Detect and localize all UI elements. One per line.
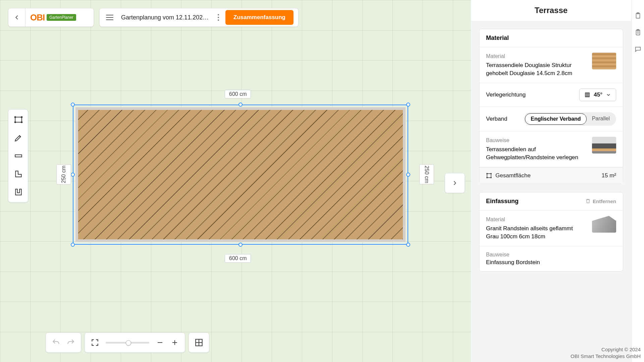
edging-build-value: Einfassung Bordstein xyxy=(486,259,616,266)
svg-point-3 xyxy=(15,122,16,123)
edging-material-value: Granit Randstein allseits geflammt Grau … xyxy=(486,225,587,241)
zoom-out-button[interactable] xyxy=(153,335,167,350)
edging-heading: Einfassung xyxy=(486,198,519,205)
resize-handle-left[interactable] xyxy=(71,173,75,177)
svg-rect-16 xyxy=(487,174,491,178)
divider xyxy=(25,8,25,27)
pen-tool-icon[interactable] xyxy=(10,130,26,146)
edging-build-label: Bauweise xyxy=(486,252,616,258)
back-chevron-icon[interactable] xyxy=(8,14,25,21)
footer-copyright: Copyright © 2024 OBI Smart Technologies … xyxy=(571,346,641,359)
svg-point-19 xyxy=(487,177,487,178)
resize-handle-bottom[interactable] xyxy=(238,243,243,247)
svg-rect-5 xyxy=(15,155,22,157)
remove-edging-button[interactable]: Entfernen xyxy=(585,198,616,204)
direction-value: 45° xyxy=(594,92,602,98)
resize-handle-top[interactable] xyxy=(238,103,243,107)
u-shape-tool-icon[interactable] xyxy=(10,184,26,200)
edging-material-label: Material xyxy=(486,216,587,223)
material-selection-row[interactable]: Material Terrassendiele Douglasie Strukt… xyxy=(479,47,623,83)
resize-handle-bl[interactable] xyxy=(71,243,75,247)
fit-view-button[interactable] xyxy=(88,335,102,350)
dimension-left[interactable]: 250 cm xyxy=(56,164,71,184)
clipboard-list-icon[interactable] xyxy=(634,29,642,36)
build-row[interactable]: Bauweise Terrassendielen auf Gehwegplatt… xyxy=(479,131,623,167)
laying-direction-label: Verlegerichtung xyxy=(486,92,526,98)
svg-point-2 xyxy=(21,117,22,118)
bond-segmented-control: Englischer Verband Parallel xyxy=(524,112,616,126)
svg-point-18 xyxy=(491,173,491,174)
bottom-toolbar xyxy=(46,333,209,353)
rectangle-tool-icon[interactable] xyxy=(10,112,26,128)
terrace-object[interactable] xyxy=(73,105,408,245)
laying-direction-dropdown[interactable]: 45° xyxy=(579,88,616,101)
undo-button[interactable] xyxy=(49,335,63,350)
material-card: Material Material Terrassendiele Douglas… xyxy=(479,29,623,184)
l-shape-tool-icon[interactable] xyxy=(10,166,26,182)
wide-rect-tool-icon[interactable] xyxy=(10,148,26,164)
material-label: Material xyxy=(486,53,587,60)
right-mini-rail xyxy=(631,0,644,362)
resize-handle-tr[interactable] xyxy=(406,103,410,107)
feedback-icon[interactable] xyxy=(634,46,642,53)
area-label: Gesamtfläche xyxy=(495,172,531,179)
brand-back-button[interactable]: OBI GartenPlaner xyxy=(8,8,94,27)
svg-rect-0 xyxy=(15,117,22,122)
bond-label: Verband xyxy=(486,116,507,122)
resize-handle-br[interactable] xyxy=(406,243,410,247)
project-more-menu[interactable] xyxy=(213,14,223,21)
project-bar: Gartenplanung vom 12.11.2024 1... Zusamm… xyxy=(99,8,299,27)
zoom-in-button[interactable] xyxy=(167,335,182,350)
obi-logo: OBI xyxy=(30,12,45,23)
chevron-down-icon xyxy=(606,92,611,98)
bond-option-parallel[interactable]: Parallel xyxy=(587,113,615,125)
grid-toggle-button[interactable] xyxy=(192,335,206,350)
gartenplaner-badge: GartenPlaner xyxy=(47,14,76,21)
area-icon xyxy=(486,173,492,179)
material-card-heading: Material xyxy=(479,29,623,47)
build-label: Bauweise xyxy=(486,137,587,144)
trash-icon xyxy=(585,198,591,204)
build-value: Terrassendielen auf Gehwegplatten/Randst… xyxy=(486,145,587,162)
resize-handle-tl[interactable] xyxy=(71,103,75,107)
edging-card: Einfassung Entfernen Material Granit Ran… xyxy=(479,192,623,272)
next-step-button[interactable] xyxy=(445,173,465,193)
dimension-right[interactable]: 250 cm xyxy=(419,164,434,184)
edging-build-row[interactable]: Bauweise Einfassung Bordstein xyxy=(479,246,623,271)
project-name[interactable]: Gartenplanung vom 12.11.2024 1... xyxy=(120,14,213,21)
dimension-bottom[interactable]: 600 cm xyxy=(225,254,251,263)
material-value: Terrassendiele Douglasie Struktur gehobe… xyxy=(486,61,587,77)
clipboard-icon[interactable] xyxy=(634,12,642,19)
build-thumbnail xyxy=(592,137,616,154)
summary-button[interactable]: Zusammenfassung xyxy=(225,10,293,25)
zoom-slider-thumb[interactable] xyxy=(126,340,131,346)
properties-panel: Terrasse Material Material Terrassendiel… xyxy=(471,0,631,362)
svg-point-1 xyxy=(15,117,16,118)
shape-tool-rail xyxy=(8,109,28,202)
menu-button[interactable] xyxy=(100,15,120,20)
direction-icon xyxy=(584,92,590,98)
edging-thumbnail xyxy=(592,216,616,233)
edging-material-row[interactable]: Material Granit Randstein allseits gefla… xyxy=(479,210,623,246)
redo-button[interactable] xyxy=(63,335,78,350)
dimension-top[interactable]: 600 cm xyxy=(225,90,251,99)
svg-point-4 xyxy=(21,122,22,123)
panel-title: Terrasse xyxy=(471,0,631,21)
svg-point-20 xyxy=(491,177,491,178)
bond-option-english[interactable]: Englischer Verband xyxy=(525,113,586,125)
terrace-surface[interactable] xyxy=(75,107,406,242)
zoom-slider[interactable] xyxy=(106,342,149,344)
resize-handle-right[interactable] xyxy=(406,173,410,177)
material-thumbnail xyxy=(592,53,616,69)
area-value: 15 m² xyxy=(602,172,616,179)
svg-point-17 xyxy=(487,173,487,174)
